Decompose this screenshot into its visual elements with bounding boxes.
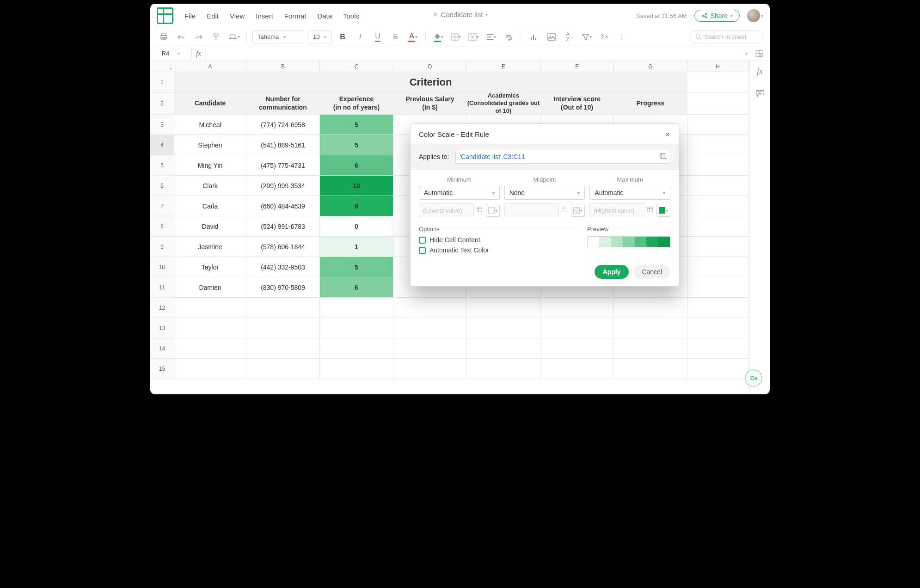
merge-cells-button[interactable]: ▾ [466, 31, 480, 43]
print-icon[interactable] [157, 31, 171, 43]
candidate-cell[interactable]: Clark [174, 176, 246, 196]
maximum-value-input[interactable]: (Highest value) [589, 203, 644, 217]
candidate-cell[interactable]: Micheal [174, 115, 246, 135]
chevron-down-icon[interactable]: ▾ [485, 12, 488, 17]
row-header[interactable]: 7 [150, 196, 174, 216]
row-header[interactable]: 3 [150, 115, 174, 135]
hide-cell-content-checkbox[interactable]: Hide Cell Content [419, 236, 578, 244]
phone-cell[interactable]: (442) 332-9503 [246, 257, 320, 277]
cell[interactable] [246, 318, 320, 338]
cell[interactable] [614, 338, 687, 359]
favorite-star-icon[interactable]: ★ [432, 10, 438, 18]
sort-button[interactable]: AZ↓ [562, 31, 576, 43]
cell[interactable] [320, 298, 393, 318]
select-all-corner[interactable] [150, 61, 174, 72]
account-menu[interactable]: ▾ [747, 9, 763, 22]
column-header[interactable]: B [246, 61, 320, 72]
cell[interactable] [246, 338, 320, 359]
row-header[interactable]: 14 [150, 338, 174, 359]
candidate-cell[interactable]: Ming Yin [174, 155, 246, 176]
chevron-down-icon[interactable]: ▾ [745, 51, 748, 56]
cell[interactable] [174, 318, 246, 338]
formula-button[interactable]: Σ▾ [597, 31, 611, 43]
column-header[interactable]: F [540, 61, 614, 72]
cell[interactable] [687, 277, 748, 298]
cell[interactable] [320, 318, 393, 338]
criterion-title-cell[interactable]: Criterion [174, 72, 687, 92]
minimum-color-picker[interactable]: ▾ [486, 204, 500, 217]
cell[interactable] [687, 135, 748, 155]
cell[interactable] [540, 318, 614, 338]
insert-image-icon[interactable] [545, 31, 558, 43]
name-box[interactable]: R4 ▾ [150, 46, 192, 61]
cell[interactable] [687, 257, 748, 277]
cell[interactable] [467, 318, 540, 338]
experience-cell[interactable]: 6 [320, 277, 393, 298]
candidate-cell[interactable]: Damien [174, 277, 246, 298]
cell[interactable] [687, 155, 748, 176]
range-picker-icon[interactable] [477, 207, 483, 214]
column-header[interactable]: H [687, 61, 748, 72]
cell[interactable] [687, 298, 748, 318]
cell[interactable] [687, 318, 748, 338]
italic-button[interactable]: I [353, 31, 367, 43]
menu-tools[interactable]: Tools [343, 12, 359, 20]
cell[interactable] [687, 338, 748, 359]
row-header[interactable]: 5 [150, 155, 174, 176]
phone-cell[interactable]: (774) 724-6958 [246, 115, 320, 135]
cell[interactable] [246, 298, 320, 318]
cell[interactable] [614, 298, 687, 318]
cell[interactable] [320, 359, 393, 379]
cell[interactable] [687, 216, 748, 237]
experience-cell[interactable]: 9 [320, 196, 393, 216]
experience-cell[interactable]: 5 [320, 115, 393, 135]
cell[interactable] [393, 298, 467, 318]
phone-cell[interactable]: (209) 999-3534 [246, 176, 320, 196]
assistant-fab-icon[interactable]: Zia [745, 369, 762, 387]
insert-chart-icon[interactable] [527, 31, 541, 43]
menu-file[interactable]: File [184, 12, 196, 20]
column-header[interactable]: E [467, 61, 540, 72]
cell[interactable] [393, 318, 467, 338]
search-input[interactable]: Search in sheet [689, 31, 763, 43]
menu-insert[interactable]: Insert [256, 12, 273, 20]
phone-cell[interactable]: (524) 991-6783 [246, 216, 320, 237]
cell[interactable] [687, 115, 748, 135]
cell[interactable] [174, 298, 246, 318]
cell[interactable] [393, 359, 467, 379]
midpoint-mode-select[interactable]: None▾ [504, 186, 585, 200]
menu-edit[interactable]: Edit [207, 12, 219, 20]
row-header[interactable]: 13 [150, 318, 174, 338]
strikethrough-button[interactable]: S [388, 31, 402, 43]
fill-color-button[interactable]: ◆▾ [431, 31, 445, 43]
cell[interactable] [174, 359, 246, 379]
row-header[interactable]: 8 [150, 216, 174, 237]
cell[interactable] [540, 359, 614, 379]
applies-to-input[interactable]: 'Candidate list'.C3:C11 [455, 150, 670, 164]
cell[interactable] [174, 338, 246, 359]
header-experience[interactable]: Experience(in no of years) [320, 92, 393, 115]
app-logo-icon[interactable] [157, 7, 173, 24]
row-header[interactable]: 15 [150, 359, 174, 379]
phone-cell[interactable]: (578) 606-1844 [246, 237, 320, 257]
header-academics[interactable]: Academics (Consolidated grades out of 10… [467, 92, 540, 115]
fx-label[interactable]: fx [192, 46, 206, 61]
alignment-button[interactable]: ▾ [484, 31, 498, 43]
cell[interactable] [687, 196, 748, 216]
range-picker-icon[interactable] [660, 153, 666, 161]
phone-cell[interactable]: (660) 484-4639 [246, 196, 320, 216]
experience-cell[interactable]: 10 [320, 176, 393, 196]
row-header[interactable]: 11 [150, 277, 174, 298]
phone-cell[interactable]: (830) 970-5809 [246, 277, 320, 298]
cell-options-icon[interactable] [755, 49, 763, 58]
cell[interactable] [246, 359, 320, 379]
format-painter-icon[interactable] [209, 31, 223, 43]
automatic-text-color-checkbox[interactable]: Automatic Text Color [419, 246, 578, 254]
row-header[interactable]: 10 [150, 257, 174, 277]
row-header[interactable]: 6 [150, 176, 174, 196]
formula-input[interactable] [206, 46, 745, 61]
minimum-value-input[interactable]: (Lowest value) [419, 203, 474, 217]
bold-button[interactable]: B [336, 31, 350, 43]
header-candidate[interactable]: Candidate [174, 92, 246, 115]
cell[interactable] [614, 359, 687, 379]
